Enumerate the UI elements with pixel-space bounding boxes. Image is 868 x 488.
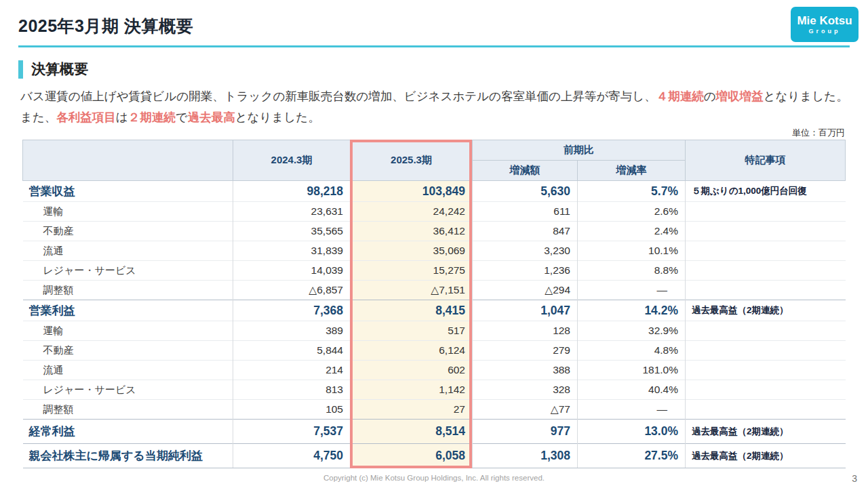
row-label-text: 不動産 xyxy=(23,344,233,357)
footer-copyright: Copyright (c) Mie Kotsu Group Holdings, … xyxy=(0,474,868,482)
title-divider xyxy=(18,45,850,47)
row-label-text: 営業収益 xyxy=(23,184,233,199)
unit-label: 単位：百万円 xyxy=(792,127,845,139)
table-row: 調整額10527△77— xyxy=(23,400,846,420)
row-label-text: 流通 xyxy=(23,364,233,377)
cell-change-rate: 13.0% xyxy=(578,420,686,444)
cell-note: 過去最高益（2期連続） xyxy=(686,300,846,321)
cell-note xyxy=(686,400,846,420)
cell-change-amount: 279 xyxy=(473,341,578,361)
summary-segment: は xyxy=(116,110,128,124)
cell-change-rate: 181.0% xyxy=(578,361,686,380)
header-change-rate: 増減率 xyxy=(578,161,686,181)
cell-change-rate: 32.9% xyxy=(578,321,686,341)
row-label-text: 調整額 xyxy=(23,284,233,297)
cell-change-rate: 4.8% xyxy=(578,341,686,361)
summary-highlight-segment: 過去最高 xyxy=(188,110,235,124)
cell-change-rate: 2.4% xyxy=(578,222,686,241)
cell-note xyxy=(686,241,846,261)
cell-change-amount: 388 xyxy=(473,361,578,380)
row-label-text: レジャー・サービス xyxy=(23,264,233,277)
row-label: 不動産 xyxy=(23,222,233,241)
cell-fy2024: △6,857 xyxy=(233,281,351,300)
cell-note xyxy=(686,380,846,400)
summary-segment: で xyxy=(176,110,188,124)
cell-change-amount: 3,230 xyxy=(473,241,578,261)
table-row: 不動産35,56536,4128472.4% xyxy=(23,222,846,241)
cell-change-amount: 128 xyxy=(473,321,578,341)
summary-highlight-segment: 各利益項目 xyxy=(56,110,116,124)
header-change-amount: 増減額 xyxy=(473,161,578,181)
table-row: 流通214602388181.0% xyxy=(23,361,846,380)
cell-fy2025: 15,275 xyxy=(351,261,473,281)
header-fy2025: 2025.3期 xyxy=(351,140,473,181)
row-label-text: 経常利益 xyxy=(23,424,233,439)
row-label-text: 営業利益 xyxy=(23,303,233,319)
table-row: 運輸38951712832.9% xyxy=(23,321,846,341)
row-label: 不動産 xyxy=(23,341,233,361)
section-title: 決算概要 xyxy=(31,60,88,79)
summary-highlight-segment: ２期連続 xyxy=(128,110,176,124)
cell-change-amount: 1,236 xyxy=(473,261,578,281)
cell-change-amount: 5,630 xyxy=(473,181,578,202)
cell-fy2024: 35,565 xyxy=(233,222,351,241)
cell-fy2025: 27 xyxy=(351,400,473,420)
cell-fy2024: 31,839 xyxy=(233,241,351,261)
cell-fy2025: 6,058 xyxy=(351,444,473,468)
row-label-text: 流通 xyxy=(23,245,233,258)
cell-change-amount: 847 xyxy=(473,222,578,241)
cell-note xyxy=(686,202,846,222)
cell-change-rate: 5.7% xyxy=(578,181,686,202)
cell-fy2024: 7,537 xyxy=(233,420,351,444)
summary-segment: の xyxy=(704,89,716,103)
cell-fy2024: 105 xyxy=(233,400,351,420)
cell-fy2025: 1,142 xyxy=(351,380,473,400)
row-label: 運輸 xyxy=(23,321,233,341)
logo-text-main: Mie Kotsu xyxy=(797,15,852,27)
cell-change-amount: 1,308 xyxy=(473,444,578,468)
table-row: 営業利益7,3688,4151,04714.2%過去最高益（2期連続） xyxy=(23,300,846,321)
row-label-text: 運輸 xyxy=(23,325,233,338)
row-label-text: 親会社株主に帰属する当期純利益 xyxy=(23,448,233,464)
results-table: 2024.3期 2025.3期 前期比 特記事項 増減額 増減率 営業収益98,… xyxy=(22,140,846,468)
cell-fy2024: 23,631 xyxy=(233,202,351,222)
cell-change-amount: 977 xyxy=(473,420,578,444)
table-row: レジャー・サービス14,03915,2751,2368.8% xyxy=(23,261,846,281)
cell-fy2025: 8,415 xyxy=(351,300,473,321)
cell-note: ５期ぶりの1,000億円台回復 xyxy=(686,181,846,202)
cell-fy2024: 5,844 xyxy=(233,341,351,361)
cell-fy2024: 4,750 xyxy=(233,444,351,468)
cell-fy2024: 389 xyxy=(233,321,351,341)
cell-fy2025: 6,124 xyxy=(351,341,473,361)
cell-change-amount: 1,047 xyxy=(473,300,578,321)
summary-segment: バス運賃の値上げや賃貸ビルの開業、トラックの新車販売台数の増加、ビジネスホテルの… xyxy=(20,89,656,103)
cell-fy2024: 98,218 xyxy=(233,181,351,202)
cell-change-rate: — xyxy=(578,281,686,300)
cell-change-amount: △294 xyxy=(473,281,578,300)
cell-change-amount: 611 xyxy=(473,202,578,222)
cell-change-rate: 14.2% xyxy=(578,300,686,321)
page-number: 3 xyxy=(852,473,857,484)
cell-fy2025: 517 xyxy=(351,321,473,341)
row-label: 流通 xyxy=(23,361,233,380)
cell-note xyxy=(686,281,846,300)
row-label-text: レジャー・サービス xyxy=(23,384,233,396)
cell-fy2025: △7,151 xyxy=(351,281,473,300)
table-row: 経常利益7,5378,51497713.0%過去最高益（2期連続） xyxy=(23,420,846,444)
cell-fy2024: 813 xyxy=(233,380,351,400)
cell-change-rate: 10.1% xyxy=(578,241,686,261)
row-label: レジャー・サービス xyxy=(23,380,233,400)
row-label: 調整額 xyxy=(23,281,233,300)
row-label: 流通 xyxy=(23,241,233,261)
results-table-wrap: 2024.3期 2025.3期 前期比 特記事項 増減額 増減率 営業収益98,… xyxy=(22,140,845,468)
header-yoy: 前期比 xyxy=(473,140,686,161)
row-label: レジャー・サービス xyxy=(23,261,233,281)
summary-segment: となりました。 xyxy=(235,110,320,124)
cell-change-amount: △77 xyxy=(473,400,578,420)
cell-note xyxy=(686,361,846,380)
section-accent-bar xyxy=(18,60,23,79)
cell-fy2024: 7,368 xyxy=(233,300,351,321)
cell-note xyxy=(686,321,846,341)
table-row: 調整額△6,857△7,151△294— xyxy=(23,281,846,300)
row-label: 調整額 xyxy=(23,400,233,420)
